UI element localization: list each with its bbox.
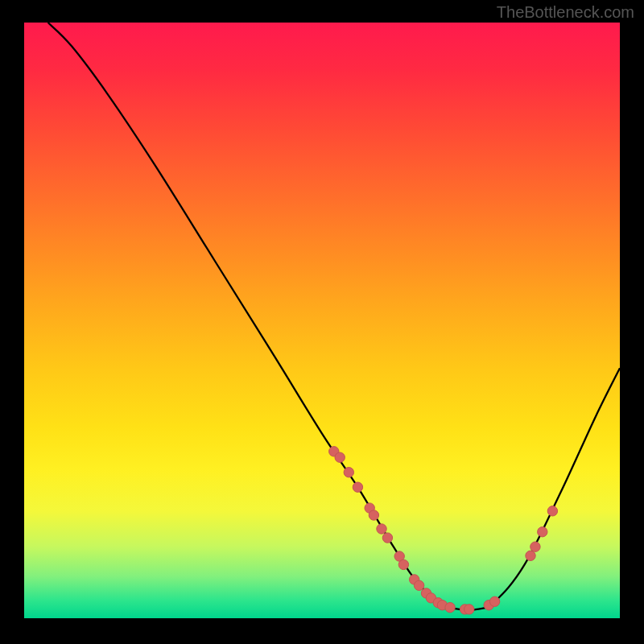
data-marker bbox=[335, 452, 345, 462]
plot-area bbox=[24, 23, 620, 618]
chart-container: TheBottleneck.com bbox=[0, 0, 644, 644]
marker-group bbox=[329, 447, 558, 615]
data-marker bbox=[344, 468, 353, 477]
data-marker bbox=[547, 506, 557, 516]
data-marker bbox=[353, 482, 362, 492]
data-marker bbox=[382, 533, 392, 543]
bottleneck-curve bbox=[48, 23, 620, 610]
data-marker bbox=[464, 605, 474, 614]
data-marker bbox=[377, 524, 386, 534]
data-marker bbox=[538, 527, 547, 537]
data-marker bbox=[398, 559, 408, 569]
data-marker bbox=[526, 551, 535, 560]
data-marker bbox=[530, 542, 540, 551]
data-marker bbox=[414, 580, 423, 590]
data-marker bbox=[445, 602, 455, 612]
chart-svg bbox=[24, 23, 620, 618]
watermark-text: TheBottleneck.com bbox=[497, 3, 634, 22]
data-marker bbox=[369, 510, 378, 520]
data-marker bbox=[489, 597, 499, 606]
